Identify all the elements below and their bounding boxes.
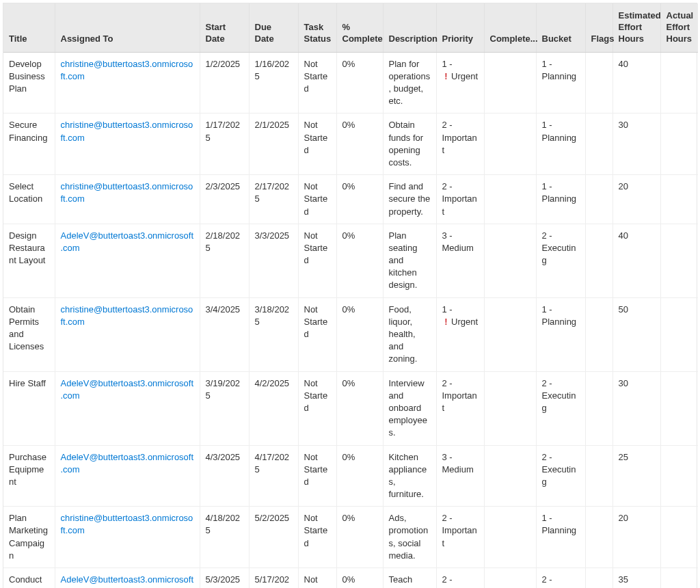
cell-bucket: 2 - Executing [536, 371, 585, 445]
header-title[interactable]: Title [3, 3, 55, 52]
cell-est-effort: 20 [612, 507, 660, 568]
cell-actual-effort [660, 224, 698, 297]
cell-percent-complete: 0% [336, 52, 383, 113]
header-due-date[interactable]: Due Date [249, 3, 298, 52]
cell-actual-effort [660, 507, 698, 568]
cell-actual-effort [660, 52, 698, 113]
header-priority[interactable]: Priority [436, 3, 484, 52]
priority-label: Important [442, 133, 477, 155]
cell-description: Plan for operations, budget, etc. [383, 52, 436, 113]
cell-assigned-to-link[interactable]: christine@buttertoast3.onmicrosoft.com [61, 59, 193, 81]
cell-bucket: 2 - Executing [536, 568, 585, 588]
cell-due-date: 2/1/2025 [249, 113, 298, 175]
task-table: Title Assigned To Start Date Due Date Ta… [3, 3, 698, 588]
priority-level: 3 - [442, 452, 453, 462]
header-percent-complete[interactable]: % Complete [336, 3, 383, 52]
cell-assigned-to: AdeleV@buttertoast3.onmicrosoft.com [55, 371, 200, 445]
table-row[interactable]: Obtain Permits and Licenseschristine@but… [3, 297, 698, 371]
table-row[interactable]: Develop Business Planchristine@buttertoa… [3, 52, 698, 113]
cell-description: Find and secure the property. [383, 175, 436, 224]
table-row[interactable]: Design Restaurant LayoutAdeleV@buttertoa… [3, 224, 698, 297]
cell-priority: 2 - Important [436, 371, 484, 445]
priority-level: 2 - [442, 513, 453, 523]
cell-bucket: 1 - Planning [536, 507, 585, 568]
table-row[interactable]: Select Locationchristine@buttertoast3.on… [3, 175, 698, 224]
cell-assigned-to-link[interactable]: AdeleV@buttertoast3.onmicrosoft.com [61, 230, 194, 253]
cell-due-date: 3/3/2025 [249, 224, 298, 297]
cell-actual-effort [660, 113, 698, 175]
cell-start-date: 2/18/2025 [200, 224, 249, 297]
header-start-date[interactable]: Start Date [200, 3, 249, 52]
header-description[interactable]: Description [383, 3, 436, 52]
cell-bucket: 1 - Planning [536, 52, 585, 113]
cell-completed [484, 52, 536, 113]
cell-assigned-to: christine@buttertoast3.onmicrosoft.com [55, 507, 200, 568]
table-row[interactable]: Plan Marketing Campaignchristine@buttert… [3, 507, 698, 568]
cell-completed [484, 224, 536, 297]
cell-assigned-to-link[interactable]: christine@buttertoast3.onmicrosoft.com [61, 304, 193, 327]
cell-title: Design Restaurant Layout [3, 224, 55, 297]
cell-actual-effort [660, 568, 698, 588]
cell-bucket: 2 - Executing [536, 224, 585, 297]
cell-est-effort: 35 [612, 568, 660, 588]
header-row: Title Assigned To Start Date Due Date Ta… [3, 3, 698, 52]
cell-bucket: 1 - Planning [536, 175, 585, 224]
urgent-flag-icon: ! [444, 317, 447, 327]
priority-label: Important [442, 390, 477, 413]
table-row[interactable]: Secure Financingchristine@buttertoast3.o… [3, 113, 698, 175]
cell-assigned-to: AdeleV@buttertoast3.onmicrosoft.com [55, 445, 200, 507]
cell-assigned-to-link[interactable]: AdeleV@buttertoast3.onmicrosoft.com [61, 574, 194, 588]
cell-flags [585, 568, 612, 588]
cell-title: Develop Business Plan [3, 52, 55, 113]
cell-start-date: 4/3/2025 [200, 445, 249, 507]
cell-assigned-to: christine@buttertoast3.onmicrosoft.com [55, 52, 200, 113]
task-table-container: Title Assigned To Start Date Due Date Ta… [3, 3, 697, 588]
cell-actual-effort [660, 445, 698, 507]
priority-level: 3 - [442, 230, 453, 241]
cell-start-date: 3/19/2025 [200, 371, 249, 445]
cell-task-status: Not Started [298, 371, 336, 445]
cell-description: Teach staff roles and procedures. [383, 568, 436, 588]
cell-start-date: 2/3/2025 [200, 175, 249, 224]
priority-label: Important [442, 193, 477, 216]
cell-completed [484, 568, 536, 588]
cell-priority: 2 - Important [436, 175, 484, 224]
cell-assigned-to-link[interactable]: christine@buttertoast3.onmicrosoft.com [61, 120, 193, 142]
cell-percent-complete: 0% [336, 224, 383, 297]
cell-assigned-to-link[interactable]: christine@buttertoast3.onmicrosoft.com [61, 513, 193, 535]
header-flags[interactable]: Flags [585, 3, 612, 52]
table-row[interactable]: Hire StaffAdeleV@buttertoast3.onmicrosof… [3, 371, 698, 445]
cell-start-date: 1/17/2025 [200, 113, 249, 175]
cell-due-date: 4/2/2025 [249, 371, 298, 445]
table-row[interactable]: Purchase EquipmentAdeleV@buttertoast3.on… [3, 445, 698, 507]
cell-priority: 2 - Important [436, 568, 484, 588]
cell-bucket: 1 - Planning [536, 113, 585, 175]
cell-assigned-to-link[interactable]: AdeleV@buttertoast3.onmicrosoft.com [61, 378, 194, 401]
priority-level: 1 - [442, 304, 453, 315]
cell-est-effort: 20 [612, 175, 660, 224]
cell-flags [585, 445, 612, 507]
cell-assigned-to-link[interactable]: christine@buttertoast3.onmicrosoft.com [61, 181, 193, 204]
cell-completed [484, 371, 536, 445]
header-task-status[interactable]: Task Status [298, 3, 336, 52]
priority-label: Important [442, 525, 477, 548]
priority-level: 2 - [442, 120, 453, 130]
cell-percent-complete: 0% [336, 445, 383, 507]
cell-task-status: Not Started [298, 507, 336, 568]
cell-task-status: Not Started [298, 224, 336, 297]
header-completed[interactable]: Complete... [484, 3, 536, 52]
header-bucket[interactable]: Bucket [536, 3, 585, 52]
cell-actual-effort [660, 297, 698, 371]
priority-level: 2 - [442, 378, 453, 388]
table-row[interactable]: Conduct TrainingAdeleV@buttertoast3.onmi… [3, 568, 698, 588]
cell-title: Hire Staff [3, 371, 55, 445]
cell-assigned-to: AdeleV@buttertoast3.onmicrosoft.com [55, 568, 200, 588]
header-est-effort[interactable]: Estimated Effort Hours [612, 3, 660, 52]
header-assigned-to[interactable]: Assigned To [55, 3, 200, 52]
header-actual-effort[interactable]: Actual Effort Hours [660, 3, 698, 52]
cell-start-date: 1/2/2025 [200, 52, 249, 113]
cell-task-status: Not Started [298, 445, 336, 507]
cell-est-effort: 25 [612, 445, 660, 507]
cell-assigned-to-link[interactable]: AdeleV@buttertoast3.onmicrosoft.com [61, 452, 194, 475]
cell-flags [585, 224, 612, 297]
